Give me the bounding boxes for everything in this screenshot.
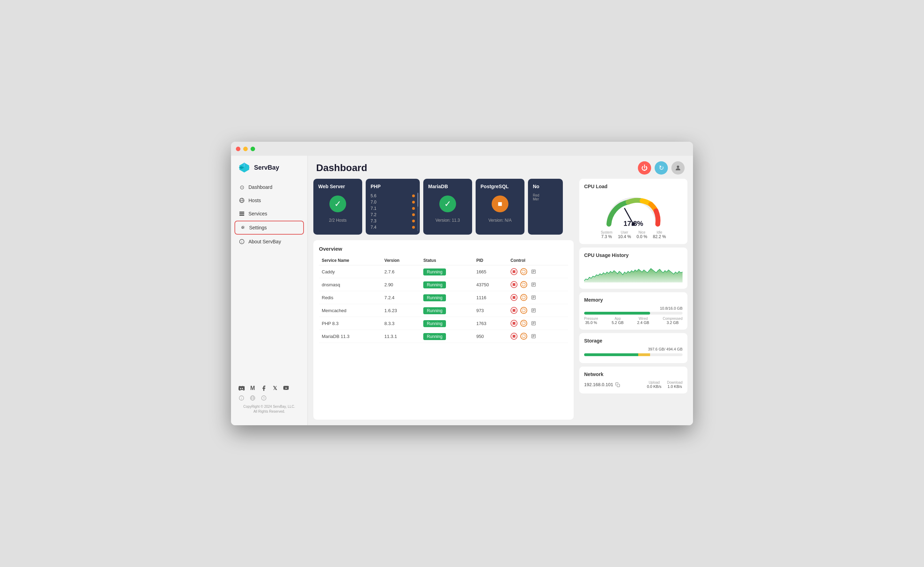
log-button[interactable] xyxy=(530,281,537,288)
cell-service-name: Redis xyxy=(319,291,382,304)
maximize-button[interactable] xyxy=(250,147,255,151)
sidebar-item-settings[interactable]: Settings xyxy=(234,221,304,235)
memory-value: 10.8/16.0 GB xyxy=(584,306,682,310)
cell-status: Running xyxy=(420,291,474,304)
mariadb-icon-area: ✓ xyxy=(428,193,467,214)
sidebar-item-hosts[interactable]: Hosts xyxy=(234,194,304,207)
dashboard-icon: ⊙ xyxy=(238,184,245,190)
sidebar-item-label: Services xyxy=(249,211,267,217)
php-scrollbar xyxy=(417,193,418,231)
user-button[interactable] xyxy=(671,161,685,174)
stop-button[interactable] xyxy=(510,268,518,275)
restart-button[interactable] xyxy=(520,307,527,314)
cpu-gauge-container: 17.8% System 7.3 % User 10.4 % xyxy=(584,193,682,239)
network-speeds: Upload 0.0 KB/s Download 1.0 KB/s xyxy=(647,381,682,389)
info-circle-icon[interactable]: i xyxy=(238,394,245,402)
log-button[interactable] xyxy=(530,294,537,301)
restart-button[interactable] xyxy=(520,281,527,288)
mariadb-card[interactable]: MariaDB ✓ Version: 11.3 xyxy=(423,179,472,235)
network-card: Network 192.168.0.101 Upload 0.0 KB/s xyxy=(579,367,687,394)
webserver-card[interactable]: Web Server ✓ 2/2 Hosts xyxy=(314,179,362,235)
cell-version: 11.3.1 xyxy=(382,330,421,343)
stop-button[interactable] xyxy=(510,333,518,340)
medium-icon[interactable]: M xyxy=(249,385,256,392)
storage-bar-yellow xyxy=(638,353,650,356)
postgresql-icon-area: ■ xyxy=(480,193,520,214)
svg-rect-35 xyxy=(513,309,515,312)
sidebar-footer: M 𝕏 i ? xyxy=(231,379,308,420)
stop-button[interactable] xyxy=(510,307,518,314)
facebook-icon[interactable] xyxy=(260,385,267,392)
mem-stat-pressure: Pressure 35.0 % xyxy=(584,317,598,325)
log-button[interactable] xyxy=(530,307,537,314)
cell-pid: 1763 xyxy=(474,317,508,330)
sidebar-item-label: About ServBay xyxy=(249,239,281,244)
cell-control xyxy=(508,265,568,278)
restart-button[interactable] xyxy=(520,294,527,301)
postgresql-card-title: PostgreSQL xyxy=(480,183,520,189)
svg-rect-25 xyxy=(513,283,515,286)
cell-pid: 950 xyxy=(474,330,508,343)
header-actions: ⏻ ↻ xyxy=(638,161,685,174)
network-ip: 192.168.0.101 xyxy=(584,382,620,387)
cpu-history-title: CPU Usage History xyxy=(584,253,682,258)
twitter-icon[interactable]: 𝕏 xyxy=(272,385,279,392)
svg-point-19 xyxy=(677,165,680,168)
upload-value: 0.0 KB/s xyxy=(647,384,662,389)
cell-version: 8.3.3 xyxy=(382,317,421,330)
cpu-history-chart xyxy=(584,262,682,283)
close-button[interactable] xyxy=(236,147,240,151)
cell-control xyxy=(508,330,568,343)
stop-button[interactable] xyxy=(510,294,518,301)
storage-card: Storage 397.6 GB/ 494.4 GB xyxy=(579,333,687,363)
discord-icon[interactable] xyxy=(238,385,245,392)
globe-icon[interactable] xyxy=(249,394,256,402)
sidebar-logo: ServBay xyxy=(231,161,308,181)
youtube-icon[interactable] xyxy=(283,385,290,392)
sidebar-item-dashboard[interactable]: ⊙ Dashboard xyxy=(234,181,304,193)
stop-button[interactable] xyxy=(510,281,518,288)
stop-button[interactable] xyxy=(510,320,518,327)
restart-button[interactable] xyxy=(520,320,527,327)
status-badge: Running xyxy=(423,294,446,301)
main-header: Dashboard ⏻ ↻ xyxy=(308,156,693,179)
extra-card[interactable]: No RedMer xyxy=(528,179,563,235)
power-button[interactable]: ⏻ xyxy=(638,161,651,174)
cell-control xyxy=(508,278,568,291)
services-icon xyxy=(238,211,245,217)
svg-rect-7 xyxy=(239,212,244,213)
col-version: Version xyxy=(382,256,421,265)
svg-rect-40 xyxy=(513,322,515,325)
restart-button[interactable] xyxy=(520,268,527,275)
log-button[interactable] xyxy=(530,333,537,340)
download-value: 1.0 KB/s xyxy=(667,384,682,389)
postgresql-status-icon: ■ xyxy=(492,196,508,212)
php-version-list: 5.6 7.0 7.1 7.2 7.3 7.4 xyxy=(370,193,415,230)
col-service-name: Service Name xyxy=(319,256,382,265)
sidebar-item-about[interactable]: i About ServBay xyxy=(234,235,304,248)
table-row: Caddy 2.7.6 Running 1665 xyxy=(319,265,568,278)
log-button[interactable] xyxy=(530,268,537,275)
restart-button[interactable] xyxy=(520,333,527,340)
sidebar-item-services[interactable]: Services xyxy=(234,208,304,220)
cell-pid: 1116 xyxy=(474,291,508,304)
cpu-gauge-wrap: 17.8% xyxy=(602,193,665,228)
cell-status: Running xyxy=(420,278,474,291)
php-card[interactable]: PHP 5.6 7.0 7.1 7.2 7.3 7.4 xyxy=(366,179,420,235)
about-icon: i xyxy=(238,238,245,245)
settings-icon xyxy=(239,224,246,231)
svg-text:?: ? xyxy=(263,397,264,400)
mariadb-status-icon: ✓ xyxy=(440,196,456,212)
webserver-card-title: Web Server xyxy=(318,183,357,189)
cell-service-name: dnsmasq xyxy=(319,278,382,291)
minimize-button[interactable] xyxy=(243,147,248,151)
mem-stat-app: App 5.2 GB xyxy=(612,317,624,325)
postgresql-card[interactable]: PostgreSQL ■ Version: N/A xyxy=(476,179,525,235)
log-button[interactable] xyxy=(530,320,537,327)
memory-title: Memory xyxy=(584,297,682,303)
question-icon[interactable]: ? xyxy=(260,394,267,402)
mem-stat-wired: Wired 2.4 GB xyxy=(637,317,649,325)
refresh-button[interactable]: ↻ xyxy=(655,161,668,174)
cell-status: Running xyxy=(420,265,474,278)
cpu-stat-system: System 7.3 % xyxy=(601,230,612,239)
